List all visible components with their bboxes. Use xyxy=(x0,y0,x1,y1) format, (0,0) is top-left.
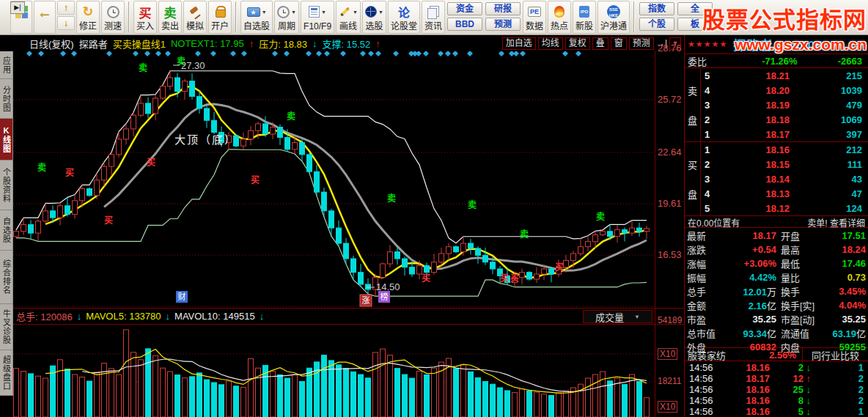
ma-button[interactable]: 均线 xyxy=(538,37,563,50)
period-mode-label[interactable]: 日线(复权) xyxy=(29,37,74,51)
adjust-button[interactable]: 复权 xyxy=(565,37,590,50)
trade-tick-row: 14:5618.165 ↓1 xyxy=(685,406,868,417)
add-watchlist-button[interactable]: 加自选 xyxy=(502,37,536,50)
svg-text:榜: 榜 xyxy=(380,292,389,301)
sidebar-tab-stock-info[interactable]: 个股资料 xyxy=(0,160,13,210)
sidebar-tab-intraday[interactable]: 分时图 xyxy=(0,79,13,119)
page-updown: ↑ ↓ xyxy=(57,1,75,30)
sidebar-collapse-button[interactable]: ▶| xyxy=(10,1,25,14)
forecast-button[interactable]: 预测 xyxy=(485,18,521,31)
period-button[interactable]: ▼周期 xyxy=(274,1,299,34)
tick-price: 18.16 xyxy=(724,362,770,373)
screener-label: 选股 xyxy=(365,21,383,32)
forum-button[interactable]: 论论股堂 xyxy=(388,1,420,34)
quote-field-label: 最高 xyxy=(776,243,822,257)
research-report-button[interactable]: 研报 xyxy=(485,2,521,15)
indicator-name-label[interactable]: 买卖操盘线1 xyxy=(113,37,166,51)
predict-button[interactable]: 预测 xyxy=(629,37,654,50)
toolbar-separator xyxy=(128,1,130,32)
sell-price: 18.21 xyxy=(716,70,790,81)
watchlist-button[interactable]: ★▼自选股 xyxy=(240,1,273,34)
correction-label: 修正 xyxy=(79,21,97,32)
hotspot-button[interactable]: HOT热点 xyxy=(548,1,571,34)
overlay-button[interactable]: 叠 xyxy=(592,37,608,50)
sell-level: 5 xyxy=(705,70,716,81)
f10-button[interactable]: ▼F10/F9 xyxy=(301,1,334,34)
sidebar-tabs: 应用 分时图 K线图 个股资料 自选股 综合排名 牛叉诊股 超级盘口 xyxy=(0,51,13,396)
news-button[interactable]: 资讯 xyxy=(422,1,445,34)
simulate-button[interactable]: 模拟 xyxy=(183,1,207,34)
view-detail-link[interactable]: 卖单! 查看详细 xyxy=(807,216,865,229)
page-up-button[interactable]: ↑ xyxy=(57,1,75,15)
tick-count: 1 xyxy=(811,362,864,373)
total-volume-label: 总手: 120086 xyxy=(16,309,73,323)
candlestick-chart-area[interactable]: 卖卖卖卖卖卖卖卖买买买买买买买买财榜涨27.3014.50大顶（底） xyxy=(13,51,655,308)
index-button[interactable]: 指数 xyxy=(639,2,674,15)
hotspot-label: 热点 xyxy=(551,21,568,32)
quote-field-value: 12.01万 xyxy=(725,284,776,298)
hk-connect-button[interactable]: SSEHKE沪港通 xyxy=(597,1,630,34)
buy-price: 18.15 xyxy=(716,159,790,170)
quote-field-value: 0.73 xyxy=(822,272,866,283)
svg-text:卖: 卖 xyxy=(468,199,477,210)
funds-button[interactable]: 资金 xyxy=(447,2,482,15)
tick-price: 18.16 xyxy=(724,406,770,417)
weicha-value: -2663 xyxy=(838,56,862,67)
sell-level: 4 xyxy=(705,85,716,96)
hk-connect-label: 沪港通 xyxy=(600,21,627,32)
industry-name[interactable]: 服装家纺 xyxy=(685,348,769,362)
sidebar-tab-ranking[interactable]: 综合排名 xyxy=(0,251,13,304)
page-down-button[interactable]: ↓ xyxy=(57,16,75,30)
industry-row: 服装家纺 2.56% 同行业比较 xyxy=(685,349,868,361)
volume-chart-area[interactable] xyxy=(13,325,655,417)
speedtest-button[interactable]: 测速 xyxy=(101,1,125,34)
drawline-label: 画线 xyxy=(339,21,357,32)
volume-tick: 54189 xyxy=(658,315,682,325)
stock-screener-button[interactable]: ▼选股 xyxy=(362,1,386,34)
svg-text:买: 买 xyxy=(500,273,509,284)
pe-data-button[interactable]: PE数据 xyxy=(523,1,546,34)
stock-name-label: 探路者 xyxy=(79,37,108,51)
window-button[interactable]: 窗 xyxy=(611,37,627,50)
mavol5-label: MAVOL5: 133780 xyxy=(86,311,161,322)
buy-price: 18.12 xyxy=(716,203,790,214)
support-label: 支撑: 15.52 xyxy=(322,37,370,51)
sse-hke-icon: SSEHKE xyxy=(607,5,620,18)
position-note-row: 在0.00位置有 卖单! 查看详细 xyxy=(685,217,868,228)
svg-text:卖: 卖 xyxy=(520,229,529,240)
industry-compare-link[interactable]: 同行业比较 xyxy=(802,348,868,362)
sell-button[interactable]: 卖卖出 xyxy=(158,1,182,34)
buy-level-row: 118.16212 xyxy=(701,143,868,158)
buy-side-label: 买盘 xyxy=(685,143,701,215)
quote-field-value: 4.04% xyxy=(822,300,866,311)
buy-button[interactable]: 买买入 xyxy=(133,1,157,34)
sell-level-row: 318.19479 xyxy=(701,98,868,113)
sidebar-tab-super-level2[interactable]: 超级盘口 xyxy=(0,350,13,396)
buy-level: 1 xyxy=(705,144,716,155)
sell-price: 18.20 xyxy=(716,85,790,96)
quote-field-label: 总手 xyxy=(687,284,725,298)
board-button[interactable]: 板 xyxy=(677,18,713,31)
all-button[interactable]: 全 xyxy=(677,2,713,15)
sell-volume: 397 xyxy=(790,129,862,140)
ipo-button[interactable]: IPO新股 xyxy=(573,1,596,34)
sidebar-tab-watchlist[interactable]: 自选股 xyxy=(0,210,13,251)
open-account-button[interactable]: 开户 xyxy=(208,1,232,34)
correction-button[interactable]: ↻修正 xyxy=(76,1,100,34)
volume-indicator-select[interactable]: 成交量▼ xyxy=(583,310,652,323)
chart-header-buttons: 加自选 均线 复权 叠 窗 预测 →| ▼ xyxy=(502,37,684,50)
up-arrow-icon: ↑ xyxy=(249,38,254,49)
chevron-down-icon: ▼ xyxy=(321,10,326,15)
sell-volume: 1069 xyxy=(790,114,862,125)
stock-button[interactable]: 个股 xyxy=(639,18,674,31)
sell-char-icon: 卖 xyxy=(164,3,177,21)
back-button[interactable]: ← xyxy=(34,1,56,34)
sidebar-tab-kline[interactable]: K线图 xyxy=(0,119,13,160)
sidebar-tab-apps[interactable]: 应用 xyxy=(0,51,13,79)
drawline-button[interactable]: ▼画线 xyxy=(336,1,361,34)
sidebar-tab-diagnosis[interactable]: 牛叉诊股 xyxy=(0,304,13,350)
quote-field-value: 93.34亿 xyxy=(725,326,776,340)
quote-title: ★★★★★ 探路者 300005 xyxy=(685,35,868,54)
bbd-button[interactable]: BBD xyxy=(447,18,482,31)
sell-label: 卖出 xyxy=(161,21,179,32)
